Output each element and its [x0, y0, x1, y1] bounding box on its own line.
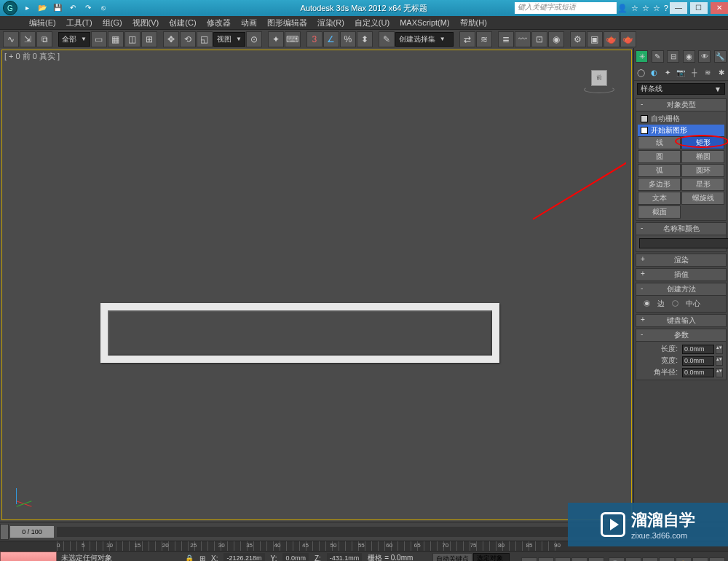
- x-coord-input[interactable]: -2126.218m: [223, 553, 264, 561]
- curve-editor-icon[interactable]: 〰: [515, 31, 531, 47]
- key-selset-dropdown[interactable]: 选定对象: [473, 553, 510, 561]
- shapes-cat-icon[interactable]: ◐: [649, 67, 660, 78]
- orbit-icon[interactable]: ⟲: [692, 557, 708, 562]
- coord-mode-icon[interactable]: ⊞: [199, 554, 205, 562]
- display-tab-icon[interactable]: 👁: [698, 50, 711, 63]
- selection-filter-dropdown[interactable]: 全部▼: [58, 32, 90, 47]
- bind-tool-icon[interactable]: ⧉: [36, 31, 52, 47]
- ref-coord-dropdown[interactable]: 视图▼: [213, 32, 245, 47]
- center-radio[interactable]: [672, 300, 678, 308]
- ngon-button[interactable]: 多边形: [638, 178, 681, 191]
- key-icon[interactable]: 🗝: [420, 559, 432, 562]
- name-color-rollout-header[interactable]: -名称和颜色: [636, 222, 727, 235]
- width-spinner[interactable]: ▴▾: [716, 356, 723, 366]
- lock-icon[interactable]: 🔒: [185, 554, 194, 562]
- lights-cat-icon[interactable]: ✦: [662, 67, 673, 78]
- star-button[interactable]: 星形: [681, 178, 724, 191]
- interpolation-rollout-header[interactable]: +插值: [636, 268, 727, 281]
- snap-icon[interactable]: 3: [306, 31, 323, 47]
- layers-icon[interactable]: ≣: [498, 31, 514, 47]
- help-icon[interactable]: ?: [664, 4, 668, 12]
- z-coord-input[interactable]: -431.1mm: [327, 553, 363, 561]
- material-icon[interactable]: ◉: [548, 31, 564, 47]
- menu-modifiers[interactable]: 修改器: [207, 17, 231, 28]
- schematic-icon[interactable]: ⊡: [531, 31, 547, 47]
- render-frame-icon[interactable]: ▣: [587, 31, 603, 47]
- play-icon[interactable]: ▶: [555, 557, 571, 562]
- unlink-tool-icon[interactable]: ⇲: [20, 31, 36, 47]
- angle-snap-icon[interactable]: ∠: [323, 31, 339, 47]
- helix-button[interactable]: 螺旋线: [681, 192, 724, 205]
- link-icon[interactable]: ⎋: [97, 1, 110, 15]
- view-cube[interactable]: 前: [587, 68, 612, 93]
- menu-edit[interactable]: 编辑(E): [29, 17, 56, 28]
- close-button[interactable]: ✕: [711, 2, 728, 14]
- drawn-rectangle-shape[interactable]: [100, 303, 499, 363]
- corner-radius-input[interactable]: 0.0mm: [682, 368, 714, 377]
- zoom-all-icon[interactable]: ⊡: [625, 557, 641, 562]
- menu-animation[interactable]: 动画: [241, 17, 257, 28]
- rectangle-button[interactable]: 矩形: [681, 136, 724, 149]
- object-name-input[interactable]: [639, 238, 728, 248]
- menu-maxscript[interactable]: MAXScript(M): [400, 18, 449, 27]
- zoom-extents-icon[interactable]: ◲: [642, 557, 658, 562]
- create-tab-icon[interactable]: ✳: [636, 50, 648, 63]
- circle-button[interactable]: 圆: [638, 150, 681, 163]
- select-name-icon[interactable]: ▦: [108, 31, 124, 47]
- menu-create[interactable]: 创建(C): [169, 17, 196, 28]
- render-rollout-header[interactable]: +渲染: [636, 254, 727, 267]
- menu-customize[interactable]: 自定义(U): [355, 17, 389, 28]
- parameters-rollout-header[interactable]: -参数: [636, 329, 727, 342]
- ellipse-button[interactable]: 椭圆: [681, 150, 724, 163]
- width-input[interactable]: 0.0mm: [682, 356, 714, 366]
- fav-icon[interactable]: ☆: [631, 4, 638, 12]
- render-icon[interactable]: 🫖: [604, 31, 620, 47]
- corner-spinner[interactable]: ▴▾: [716, 368, 723, 377]
- help-search-input[interactable]: 键入关键字或短语: [515, 2, 617, 14]
- systems-cat-icon[interactable]: ✱: [716, 67, 727, 78]
- cameras-cat-icon[interactable]: 📷: [676, 67, 687, 78]
- menu-rendering[interactable]: 渲染(R): [317, 17, 344, 28]
- viewport-label[interactable]: [ + 0 前 0 真实 ]: [4, 51, 60, 62]
- helpers-cat-icon[interactable]: ┼: [689, 67, 700, 78]
- creation-method-rollout-header[interactable]: -创建方法: [636, 283, 727, 296]
- zoom-icon[interactable]: 🔍: [609, 557, 625, 562]
- auto-grid-checkbox[interactable]: 自动栅格: [638, 113, 724, 125]
- subcategory-dropdown[interactable]: 样条线▼: [637, 83, 725, 95]
- keymode-icon[interactable]: ⌨: [285, 31, 301, 47]
- space-warps-cat-icon[interactable]: ≋: [703, 67, 713, 78]
- pivot-icon[interactable]: ⊙: [246, 31, 262, 47]
- prev-frame-icon[interactable]: ◀: [538, 557, 554, 562]
- goto-start-icon[interactable]: ⏮: [521, 557, 537, 562]
- render-setup-icon[interactable]: ⚙: [570, 31, 586, 47]
- menu-help[interactable]: 帮助(H): [460, 17, 487, 28]
- move-icon[interactable]: ✥: [163, 31, 179, 47]
- line-button[interactable]: 线: [638, 136, 681, 149]
- menu-tools[interactable]: 工具(T): [66, 17, 92, 28]
- y-coord-input[interactable]: 0.0mm: [282, 553, 309, 561]
- scale-icon[interactable]: ◱: [197, 31, 213, 47]
- motion-tab-icon[interactable]: ◉: [683, 50, 695, 63]
- edge-radio[interactable]: [644, 300, 650, 308]
- timeline-prev-icon[interactable]: [0, 524, 9, 540]
- undo-icon[interactable]: ↶: [66, 1, 79, 15]
- viewport[interactable]: [ + 0 前 0 真实 ] 前: [0, 48, 633, 522]
- manip-icon[interactable]: ✦: [268, 31, 284, 47]
- editnamed-icon[interactable]: ✎: [379, 31, 395, 47]
- autokey-button[interactable]: 自动关键点: [432, 553, 472, 561]
- geometry-cat-icon[interactable]: ◯: [636, 67, 646, 78]
- save-icon[interactable]: 💾: [51, 1, 64, 15]
- open-icon[interactable]: 📂: [36, 1, 49, 15]
- menu-view[interactable]: 视图(V): [132, 17, 159, 28]
- keyboard-entry-rollout-header[interactable]: +键盘输入: [636, 314, 727, 327]
- arc-button[interactable]: 弧: [638, 164, 681, 177]
- window-crossing-icon[interactable]: ⊞: [141, 31, 157, 47]
- text-button[interactable]: 文本: [638, 192, 681, 205]
- select-region-icon[interactable]: ◫: [124, 31, 141, 47]
- rotate-icon[interactable]: ⟲: [180, 31, 196, 47]
- section-button[interactable]: 截面: [638, 205, 681, 219]
- pan-icon[interactable]: ✋: [676, 557, 692, 562]
- select-icon[interactable]: ▭: [91, 31, 107, 47]
- length-spinner[interactable]: ▴▾: [716, 345, 723, 354]
- utilities-tab-icon[interactable]: 🔧: [714, 50, 727, 63]
